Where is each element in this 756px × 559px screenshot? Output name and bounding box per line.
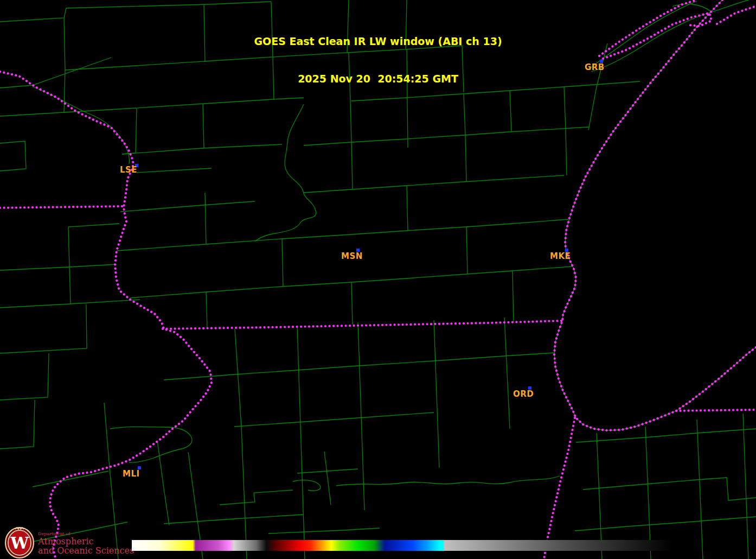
station-label: MLI xyxy=(123,469,140,479)
uw-aos-logo: W Department of Atmospheric and Oceanic … xyxy=(3,527,144,559)
station-label: GRB xyxy=(585,62,605,72)
ir-temperature-colorbar xyxy=(132,540,672,551)
station-label: MSN xyxy=(341,251,363,261)
station-label: MKE xyxy=(550,251,571,261)
station-label: ORD xyxy=(513,389,534,399)
logo-line-2: and Oceanic Sciences xyxy=(38,546,134,555)
satellite-map-canvas xyxy=(0,0,756,559)
ir-image-background xyxy=(0,0,756,559)
logo-line-1: Atmospheric xyxy=(38,537,134,546)
uw-aos-wordmark: Department of Atmospheric and Oceanic Sc… xyxy=(38,531,134,555)
satellite-image-viewer: GOES East Clean IR LW window (ABI ch 13)… xyxy=(0,0,756,559)
station-label: LSE xyxy=(120,165,137,175)
logo-dept-line: Department of xyxy=(38,531,134,536)
uw-crest-icon: W xyxy=(4,527,35,558)
svg-text:W: W xyxy=(10,533,29,552)
